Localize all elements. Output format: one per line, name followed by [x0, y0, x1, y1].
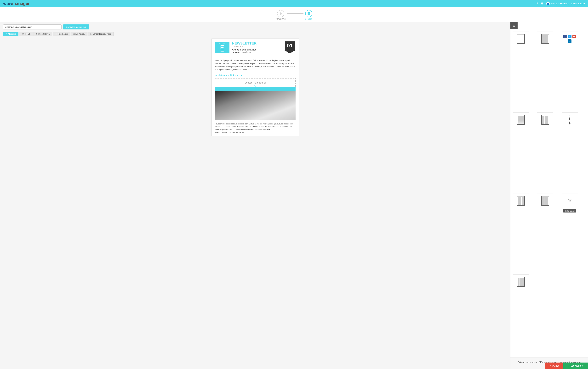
step2-circle: ☰	[305, 10, 312, 17]
newsletter-preview: VOTRE E LOGO NEWSLETTER novembre 2012 Ac…	[211, 39, 299, 136]
nl-number-box: 01	[285, 41, 295, 50]
element-two-col-alt[interactable]	[537, 113, 553, 127]
nav-right: ? ⚇ 👤 MARIE Gwendoline - EmailStrategie	[536, 2, 585, 5]
nl-title-area: NEWSLETTER novembre 2012 Accroche ou thé…	[232, 41, 284, 54]
element-half-left[interactable]	[513, 194, 529, 208]
tab-inbox-preview[interactable]: ▶ Lancer l'aperçu inbox	[88, 32, 114, 36]
linkedin-icon: in	[568, 39, 571, 43]
nl-header: VOTRE E LOGO NEWSLETTER novembre 2012 Ac…	[212, 39, 299, 56]
tab-import-label: Import HTML	[38, 33, 50, 35]
preview-icon: □/□/□	[74, 33, 78, 35]
tab-preview-label: Aperçu	[79, 33, 85, 35]
two-column-icon	[541, 34, 549, 44]
laptop-visual	[215, 91, 295, 120]
google-plus-icon: g+	[572, 35, 576, 38]
main-content: Envoyer un email test ✎ Message </> HTML…	[0, 22, 588, 369]
element-image-text[interactable]	[513, 113, 529, 127]
step1-circle: ⚙	[277, 10, 284, 17]
three-column-icon	[517, 277, 525, 287]
user-info: 👤 MARIE Gwendoline - EmailStrategie	[546, 2, 585, 5]
step-bar: ⚙ Paramètres ☰ Contenu	[0, 7, 588, 22]
step-parametres[interactable]: ⚙ Paramètres	[276, 10, 286, 20]
tab-preview[interactable]: □/□/□ Aperçu	[71, 32, 87, 36]
tab-import-html[interactable]: ⬆ Import HTML	[33, 32, 52, 36]
element-three-column[interactable]	[513, 275, 529, 289]
editor-panel: Envoyer un email test ✎ Message </> HTML…	[0, 22, 510, 369]
tab-message-label: Message	[8, 33, 16, 35]
step-connector	[287, 13, 304, 14]
inbox-icon: ▶	[91, 33, 92, 35]
half-left-icon	[517, 196, 525, 206]
logo: wew manager ~	[3, 1, 33, 6]
step-contenu[interactable]: ☰ Contenu	[305, 10, 312, 20]
resize-icon: ↕ ⬆⬇	[568, 114, 571, 125]
nl-logo-bottom: LOGO	[220, 50, 224, 52]
element-half-right[interactable]	[537, 194, 553, 208]
image-text-icon	[517, 115, 525, 125]
tab-message[interactable]: ✎ Message	[3, 32, 19, 36]
bottom-bar: ✕ Quitter ✔ Sauvegarder	[545, 362, 588, 369]
right-panel: ⚙ f t g+ in	[510, 22, 588, 369]
send-test-button[interactable]: Envoyer un email test	[63, 24, 89, 30]
cta-cursor-icon: ☞	[567, 197, 572, 204]
element-full-column[interactable]	[513, 31, 529, 46]
laptop-image	[215, 91, 295, 120]
quit-button[interactable]: ✕ Quitter	[545, 362, 563, 369]
top-navigation: wew manager ~ ? ⚇ 👤 MARIE Gwendoline - E…	[0, 0, 588, 7]
test-email-input[interactable]	[3, 24, 62, 30]
toolbar-tabs: ✎ Message </> HTML ⬆ Import HTML ⬇ Téléc…	[3, 32, 507, 36]
half-right-icon	[541, 196, 549, 206]
help-icon[interactable]: ?	[536, 2, 538, 5]
users-icon[interactable]: ⚇	[541, 2, 543, 5]
tab-download[interactable]: ⬇ Télécharger	[53, 32, 70, 36]
nl-title: NEWSLETTER	[232, 41, 284, 45]
download-icon: ⬇	[55, 33, 57, 35]
tab-html-label: HTML	[25, 33, 31, 35]
element-social[interactable]: f t g+ in	[562, 31, 578, 46]
element-two-column[interactable]	[537, 31, 553, 46]
nl-subtitle: novembre 2012	[232, 45, 284, 48]
nl-triangle	[284, 50, 295, 53]
gear-button[interactable]: ⚙	[510, 22, 518, 29]
nl-number: 01	[287, 43, 293, 48]
nl-logo-letter: E	[220, 44, 224, 50]
message-icon: ✎	[6, 33, 7, 35]
step1-label: Paramètres	[276, 18, 286, 20]
nl-number-wrapper: 01	[284, 41, 295, 53]
nl-tagline: Accroche ou thématique de votre newslett…	[232, 48, 284, 54]
facebook-icon: f	[563, 35, 567, 38]
import-icon: ⬆	[36, 33, 38, 35]
two-col-alt-icon	[541, 115, 549, 125]
tab-inbox-label: Lancer l'aperçu inbox	[93, 33, 111, 35]
tab-html[interactable]: </> HTML	[19, 32, 33, 36]
element-resize[interactable]: ↕ ⬆⬇	[562, 113, 578, 127]
user-avatar-icon: 👤	[546, 2, 550, 5]
save-button[interactable]: ✔ Sauvegarder	[563, 362, 588, 369]
test-email-bar: Envoyer un email test	[3, 24, 507, 30]
element-cta[interactable]: ☞ Call to action	[562, 194, 578, 208]
twitter-icon: t	[568, 35, 571, 38]
social-icons-preview: f t g+ in	[562, 35, 578, 43]
nl-footer-text: Novodenique perniciosoque exemplo idem G…	[212, 120, 299, 136]
drop-zone[interactable]: Déposer l'élément ici ☞	[215, 78, 295, 87]
full-column-icon	[517, 34, 525, 44]
step2-label: Contenu	[305, 18, 312, 20]
cta-tooltip: Call to action	[563, 209, 576, 213]
tab-download-label: Télécharger	[58, 33, 68, 35]
nl-logo: VOTRE E LOGO	[215, 42, 230, 53]
html-icon: </>	[21, 33, 24, 35]
cursor-icon: ☞	[254, 84, 257, 89]
nl-link[interactable]: Iaculatores sollicite iuxta	[212, 74, 299, 77]
right-panel-top: ⚙	[510, 22, 588, 29]
nl-body-text: Novo denique perniciosoque exemplo idem …	[212, 56, 299, 74]
elements-grid: f t g+ in	[510, 29, 588, 357]
